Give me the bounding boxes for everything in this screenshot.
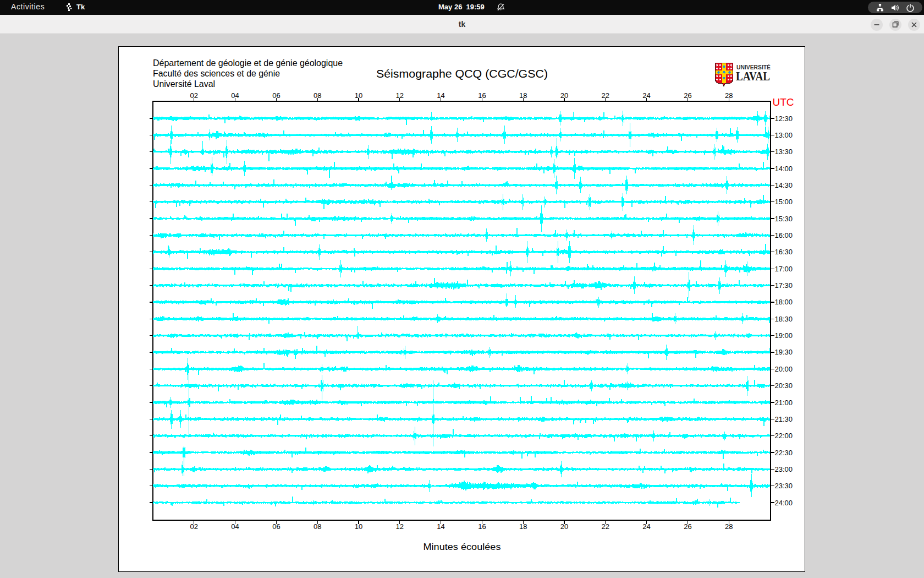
- svg-text:18:30: 18:30: [775, 315, 793, 323]
- svg-text:04: 04: [231, 522, 239, 531]
- svg-text:14: 14: [437, 91, 444, 100]
- svg-text:LAVAL: LAVAL: [736, 69, 770, 83]
- svg-text:26: 26: [684, 91, 691, 100]
- svg-text:15:00: 15:00: [775, 198, 793, 206]
- svg-text:Minutes écoulées: Minutes écoulées: [424, 542, 501, 552]
- svg-text:16: 16: [478, 522, 486, 531]
- svg-text:10: 10: [355, 91, 362, 100]
- svg-text:22:00: 22:00: [775, 432, 793, 440]
- svg-text:02: 02: [190, 91, 198, 100]
- svg-text:UTC: UTC: [773, 96, 794, 108]
- svg-text:02: 02: [190, 522, 198, 531]
- svg-text:12: 12: [396, 91, 404, 100]
- svg-text:22: 22: [602, 522, 609, 531]
- svg-text:24:00: 24:00: [775, 499, 793, 507]
- svg-text:04: 04: [231, 91, 239, 100]
- svg-text:18: 18: [519, 91, 527, 100]
- svg-text:23:00: 23:00: [775, 465, 793, 473]
- svg-text:17:00: 17:00: [775, 265, 793, 273]
- svg-text:28: 28: [725, 522, 733, 531]
- svg-text:Faculté des sciences et de gén: Faculté des sciences et de génie: [153, 69, 280, 78]
- svg-text:08: 08: [314, 91, 321, 100]
- svg-text:13:00: 13:00: [775, 131, 793, 139]
- svg-text:20:30: 20:30: [775, 381, 793, 390]
- svg-text:20: 20: [560, 522, 568, 531]
- svg-text:22: 22: [602, 91, 609, 100]
- svg-text:21:00: 21:00: [775, 399, 793, 407]
- svg-text:12:30: 12:30: [775, 114, 793, 123]
- svg-text:10: 10: [355, 522, 362, 531]
- svg-text:15:30: 15:30: [775, 215, 793, 223]
- svg-text:08: 08: [314, 522, 321, 531]
- svg-text:06: 06: [272, 91, 280, 100]
- svg-text:12: 12: [396, 522, 404, 531]
- svg-text:21:30: 21:30: [775, 415, 793, 423]
- svg-text:24: 24: [642, 91, 650, 100]
- svg-text:20:00: 20:00: [775, 365, 793, 373]
- svg-text:24: 24: [642, 522, 650, 531]
- svg-text:16:00: 16:00: [775, 231, 793, 239]
- svg-text:06: 06: [272, 522, 280, 531]
- svg-text:28: 28: [725, 91, 733, 100]
- svg-text:20: 20: [560, 91, 568, 100]
- svg-text:19:30: 19:30: [775, 348, 793, 356]
- svg-text:16:30: 16:30: [775, 248, 793, 256]
- svg-text:18: 18: [519, 522, 527, 531]
- svg-text:Université Laval: Université Laval: [153, 79, 215, 89]
- svg-text:22:30: 22:30: [775, 449, 793, 457]
- svg-text:17:30: 17:30: [775, 281, 793, 290]
- svg-text:Département de géologie et de: Département de géologie et de génie géol…: [153, 58, 343, 68]
- svg-text:14:00: 14:00: [775, 165, 793, 173]
- svg-text:13:30: 13:30: [775, 148, 793, 156]
- svg-text:18:00: 18:00: [775, 298, 793, 306]
- svg-text:23:30: 23:30: [775, 482, 793, 490]
- svg-text:14: 14: [437, 522, 444, 531]
- svg-text:Séismographe QCQ (CGC/GSC): Séismographe QCQ (CGC/GSC): [376, 67, 548, 80]
- svg-text:26: 26: [684, 522, 691, 531]
- svg-text:16: 16: [478, 91, 486, 100]
- svg-text:19:00: 19:00: [775, 331, 793, 340]
- svg-text:14:30: 14:30: [775, 181, 793, 189]
